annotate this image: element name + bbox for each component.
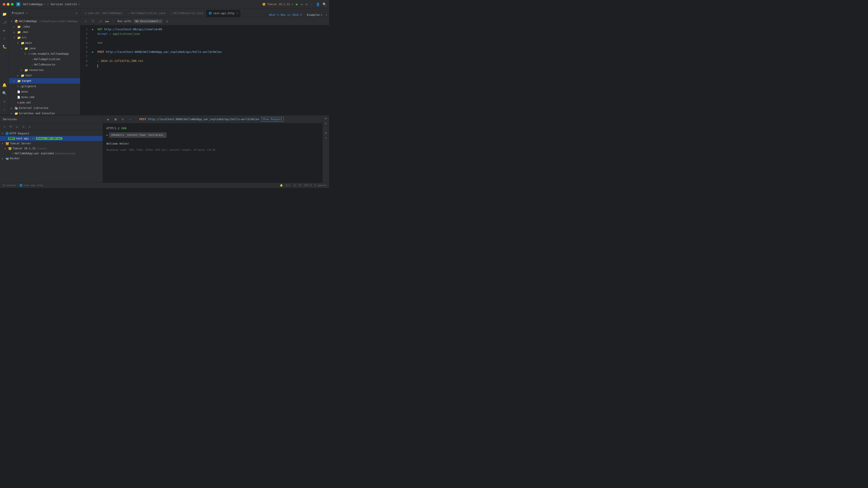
services-rest-api[interactable]: ▶ POST rest-api | #2 Status: 200 (297 ms… bbox=[0, 136, 103, 141]
profile-icon[interactable]: 👤 bbox=[316, 2, 320, 6]
tree-item-pom[interactable]: ▶ m pom.xml bbox=[9, 100, 80, 105]
tree-item-target[interactable]: ▶ 📁 target bbox=[9, 78, 80, 84]
tree-item-mvnw[interactable]: ▶ 📄 mvnw bbox=[9, 89, 80, 94]
post-badge: POST bbox=[8, 137, 15, 140]
settings-icon[interactable]: ⚙ bbox=[301, 2, 303, 6]
sidebar-problems-icon[interactable]: ⚠ bbox=[1, 106, 8, 113]
gutter-close-icon[interactable]: ✕ bbox=[325, 136, 327, 139]
run-gutter-1[interactable]: ▶ bbox=[92, 27, 96, 32]
run-button-6[interactable]: ▶ bbox=[92, 51, 94, 54]
breadcrumb-root[interactable]: Scratches bbox=[3, 184, 16, 187]
code-editor[interactable]: ▶ GET http://localhost:80/api/item?id=99… bbox=[89, 25, 327, 115]
env-selector[interactable]: No Environment ▾ bbox=[133, 19, 162, 23]
status-notifications[interactable]: 🔔 bbox=[280, 184, 283, 187]
response-stop-button[interactable]: ⏹ bbox=[113, 117, 118, 122]
code-line-7 bbox=[92, 54, 324, 59]
gutter-list-icon[interactable]: ≡ bbox=[325, 122, 327, 125]
tree-item-mvn[interactable]: ▶ 📁 .mvn bbox=[9, 29, 80, 35]
folder-icon: 📁 bbox=[17, 25, 21, 29]
tomcat-status[interactable]: 🐱 Tomcat 10.1.31 ▾ bbox=[262, 3, 293, 6]
layout-icon[interactable]: ⊞ bbox=[306, 2, 307, 6]
run-gutter-6[interactable]: ▶ bbox=[92, 50, 96, 54]
history-button[interactable]: ⏱ bbox=[90, 19, 96, 24]
sidebar-debug-icon[interactable]: 🐛 bbox=[1, 43, 8, 50]
structure-button[interactable]: ⎇ bbox=[97, 19, 103, 24]
tree-item-test[interactable]: ▶ 📁 test bbox=[9, 73, 80, 78]
gutter-lines-icon[interactable]: ⋮ bbox=[324, 127, 327, 130]
breadcrumb-file[interactable]: rest-api.http bbox=[24, 184, 43, 187]
run-with-label: Run with: No Environment ▾ bbox=[118, 19, 162, 23]
tree-item-hello-app[interactable]: ▶ ☕ HelloApplication bbox=[9, 57, 80, 62]
war-icon: ⬡ bbox=[12, 152, 14, 155]
tree-item-package[interactable]: ▼ ⬡ com.example.hellowebapp bbox=[9, 51, 80, 57]
sidebar-notifications-icon[interactable]: 🔔 bbox=[1, 81, 8, 89]
tree-item-src[interactable]: ▼ 📁 src bbox=[9, 35, 80, 40]
gutter-eye-icon[interactable]: 👁 bbox=[324, 117, 327, 121]
tab-hello-app[interactable]: ☕ HelloApplication.java bbox=[125, 9, 168, 17]
tree-item-hellowebapp[interactable]: ▼ 📦 HelloWebApp ~/IdeaProjects/HelloWebA… bbox=[9, 19, 80, 24]
close-button[interactable] bbox=[3, 3, 5, 6]
tab-close-button[interactable]: ✕ bbox=[237, 12, 238, 15]
run-all-button[interactable]: ▶▶ bbox=[105, 19, 110, 24]
status-encoding[interactable]: UTF-8 bbox=[304, 184, 312, 187]
java-file-icon: ☕ bbox=[170, 12, 172, 15]
app-title[interactable]: HelloWebApp ▾ | Version control ▾ bbox=[23, 2, 80, 6]
services-refresh-button[interactable]: ↻ bbox=[14, 124, 20, 129]
tab-rest-api[interactable]: 🌐 rest-api.http ✕ bbox=[206, 9, 241, 17]
folder-icon: 📁 bbox=[17, 79, 21, 83]
status-position[interactable]: 9:1 bbox=[286, 184, 290, 187]
examples-button[interactable]: Examples ▾ bbox=[306, 13, 324, 17]
more-icon[interactable]: ⋮ bbox=[310, 2, 313, 6]
tree-item-java[interactable]: ▼ 📁 java bbox=[9, 46, 80, 51]
run-button-1[interactable]: ▶ bbox=[92, 28, 94, 31]
maximize-button[interactable] bbox=[11, 3, 13, 6]
response-run-button[interactable]: ▶ bbox=[105, 117, 111, 122]
tree-item-resources[interactable]: ▶ 📁 resources bbox=[9, 67, 80, 73]
folder-icon: 📁 bbox=[17, 31, 21, 34]
services-war[interactable]: ▶ ⬡ HelloWebApp:war exploded [Synchroniz… bbox=[0, 151, 103, 156]
editor-content: 1 2 3 4 5 6 7 8 9 ▶ GET http://loc bbox=[80, 25, 329, 115]
tree-item-main[interactable]: ▼ 📁 main bbox=[9, 40, 80, 46]
services-close-button[interactable]: ✕ bbox=[27, 124, 33, 129]
chevron-icon: ▼ bbox=[11, 20, 13, 23]
sidebar-vcs-icon[interactable]: ⎆ bbox=[1, 98, 8, 105]
tree-item-gitignore[interactable]: ▶ ⊘ .gitignore bbox=[9, 84, 80, 89]
gutter-format-icon[interactable]: ⊞ bbox=[325, 131, 327, 135]
tree-item-idea[interactable]: ▶ 📁 .idea bbox=[9, 24, 80, 29]
services-http-group[interactable]: ▼ 🌐 HTTP Request bbox=[0, 131, 103, 136]
tab-hello-res[interactable]: ☕ HelloResource.java bbox=[168, 9, 206, 17]
checkmark-icon: ✓ bbox=[326, 13, 327, 17]
services-eye-button[interactable]: 👁 bbox=[8, 124, 13, 129]
response-headers-toggle[interactable]: ▶ (Headers) _Content-Type: text/plain_ bbox=[106, 132, 319, 138]
tree-item-hello-res[interactable]: ▶ ☕ HelloResource bbox=[9, 62, 80, 67]
status-indentation: 4 spaces bbox=[314, 184, 327, 187]
tree-item-external-libs[interactable]: ▶ 📚 External Libraries bbox=[9, 105, 80, 111]
env-settings-button[interactable]: ⚙ bbox=[164, 19, 170, 24]
sidebar-run-icon[interactable]: ▶ bbox=[1, 27, 8, 34]
code-line-1: ▶ GET http://localhost:80/api/item?id=99 bbox=[92, 27, 324, 32]
show-request-button[interactable]: Show Request bbox=[261, 117, 284, 122]
sidebar-commit-icon[interactable]: ⎇ bbox=[1, 19, 8, 26]
whats-new-button[interactable]: What's New in 2024.3 bbox=[268, 13, 304, 17]
services-add-button[interactable]: + bbox=[2, 124, 7, 129]
minimize-button[interactable] bbox=[7, 3, 9, 6]
sidebar-services-icon[interactable]: ⚡ bbox=[1, 35, 8, 42]
run-icon[interactable]: ▶ bbox=[296, 2, 298, 6]
project-gear-icon[interactable]: ⚙ bbox=[76, 11, 77, 15]
search-icon[interactable]: 🔍 bbox=[322, 2, 327, 6]
services-tomcat-instance[interactable]: ▼ 🐱 Tomcat 10.1.31 [local] bbox=[0, 146, 103, 151]
response-pause-button[interactable]: ⏸ bbox=[120, 117, 125, 122]
tree-item-scratches[interactable]: ▶ 📁 Scratches and Consoles bbox=[9, 111, 80, 115]
services-docker[interactable]: ▶ 🐳 Docker bbox=[0, 156, 103, 161]
request-separator: | bbox=[30, 137, 31, 140]
tree-item-mvnw-cmd[interactable]: ▶ 📄 mvnw.cmd bbox=[9, 94, 80, 100]
tab-pom[interactable]: ⬡ pom.xml (HelloWebApp) bbox=[82, 9, 125, 17]
chevron-icon: ▼ bbox=[21, 47, 23, 50]
add-button[interactable]: + bbox=[83, 19, 88, 24]
sidebar-project-icon[interactable]: 📁 bbox=[1, 10, 8, 18]
response-more-button[interactable]: ⋯ bbox=[127, 117, 133, 122]
services-tomcat-group[interactable]: ▼ 🐱 Tomcat Server bbox=[0, 141, 103, 146]
status-line-ending[interactable]: LF bbox=[299, 184, 302, 187]
sidebar-search-icon[interactable]: 🔍 bbox=[1, 90, 8, 97]
services-collapse-button[interactable]: ⊖ bbox=[21, 124, 26, 129]
